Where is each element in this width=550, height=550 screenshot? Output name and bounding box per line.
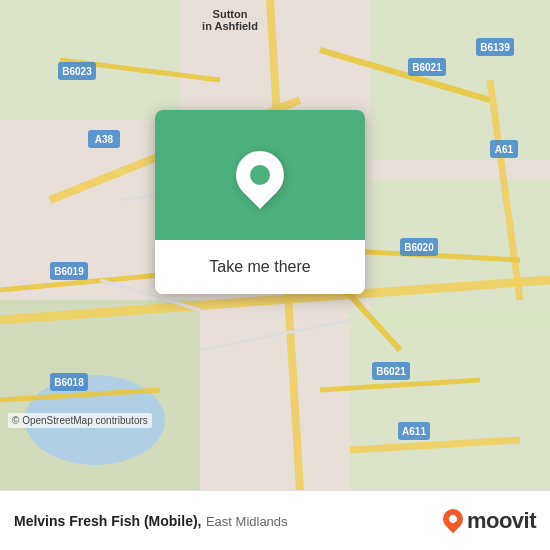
- svg-text:B6021: B6021: [412, 62, 442, 73]
- svg-text:in Ashfield: in Ashfield: [202, 20, 258, 32]
- svg-text:B6023: B6023: [62, 66, 92, 77]
- svg-text:A38: A38: [95, 134, 114, 145]
- bottom-bar: Melvins Fresh Fish (Mobile), East Midlan…: [0, 490, 550, 550]
- svg-rect-5: [350, 310, 550, 490]
- business-name: Melvins Fresh Fish (Mobile),: [14, 513, 201, 529]
- svg-rect-1: [0, 0, 180, 120]
- card-map-background: [155, 110, 365, 240]
- moovit-logo: moovit: [443, 508, 536, 534]
- map-copyright: © OpenStreetMap contributors: [8, 413, 152, 428]
- svg-text:B6021: B6021: [376, 366, 406, 377]
- svg-text:Sutton: Sutton: [213, 8, 248, 20]
- business-region: East Midlands: [206, 514, 288, 529]
- svg-text:B6019: B6019: [54, 266, 84, 277]
- svg-text:A61: A61: [495, 144, 514, 155]
- svg-text:B6020: B6020: [404, 242, 434, 253]
- svg-rect-2: [370, 0, 550, 160]
- moovit-brand-text: moovit: [467, 508, 536, 534]
- take-me-there-button[interactable]: Take me there: [155, 240, 365, 294]
- svg-text:A611: A611: [402, 426, 426, 437]
- location-card: Take me there: [155, 110, 365, 294]
- moovit-pin-icon: [443, 509, 463, 533]
- map-pin-icon: [236, 151, 284, 199]
- map-container: Sutton in Ashfield B6023 A38 B6021 B6139…: [0, 0, 550, 490]
- svg-text:B6139: B6139: [480, 42, 510, 53]
- svg-text:B6018: B6018: [54, 377, 84, 388]
- business-info: Melvins Fresh Fish (Mobile), East Midlan…: [14, 512, 433, 530]
